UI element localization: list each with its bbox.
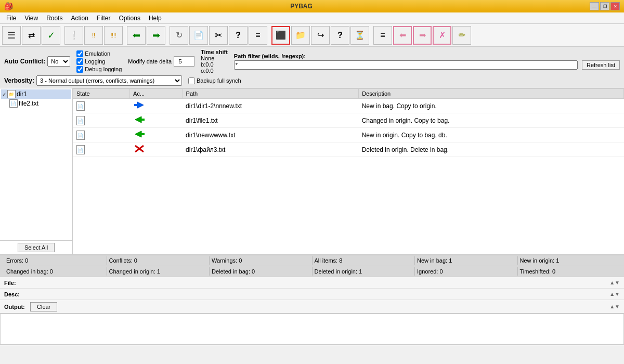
exclaim2-button[interactable]: ‼ [84,26,103,45]
help-button[interactable]: ? [229,26,248,45]
file-scroll-down[interactable]: ▼ [615,280,620,285]
emulation-checkbox[interactable]: Emulation [76,50,122,57]
pen-button[interactable]: ✏ [452,26,471,45]
close-button[interactable]: ✕ [610,2,620,10]
table-row[interactable]: 📄dir1\dir1-2\nnnew.txtNew in bag. Copy t… [73,99,624,113]
output-panel: Output: Clear ▲ ▼ [0,300,624,346]
modify-date-delta-input[interactable] [174,56,194,67]
menu-file[interactable]: File [2,14,20,23]
backup-full-synch-checkbox[interactable]: Backup full synch [188,77,241,84]
arr-right2-button[interactable]: ➡ [413,26,432,45]
tree-item-dir1[interactable]: ✓ 📁 dir1 [1,89,71,99]
rect-button[interactable]: ⬛ [271,26,290,45]
auto-conflict-group: Auto Conflict: No Yes [4,56,70,67]
status-all-items: All items: 8 [313,256,415,265]
sync-button[interactable]: ⇄ [22,26,41,45]
status-deleted-bag: Deleted in bag: 0 [210,267,313,276]
tree-item-file2[interactable]: 📄 file2.txt [1,99,71,108]
x2-button[interactable]: ✗ [433,26,451,45]
check-button[interactable]: ✓ [42,26,60,45]
output-scroll-up[interactable]: ▲ [609,304,615,309]
cell-path: dir1\file1.txt [183,113,359,128]
cell-description: New in origin. Copy to bag, db. [359,128,624,142]
forward-button[interactable]: ↪ [311,26,330,45]
state-file-icon: 📄 [76,131,85,140]
cell-action [130,113,183,128]
output-text [1,314,623,318]
help2-button[interactable]: ? [331,26,349,45]
menu-help[interactable]: Help [145,14,166,23]
lines3-button[interactable]: ≡ [373,26,392,45]
cell-path: dir1\newwwww.txt [183,128,359,142]
desc-scroll-down[interactable]: ▼ [615,291,620,297]
minimize-button[interactable]: — [590,2,599,10]
status-bar-row2: Changed in bag: 0 Changed in origin: 1 D… [0,266,624,277]
status-errors: Errors: 0 [4,256,107,265]
state-file-icon: 📄 [76,145,85,154]
status-timeshifted: Timeshifted: 0 [518,267,620,276]
logging-checkbox[interactable]: Logging [76,58,122,65]
table-row[interactable]: 📄dir1\newwwww.txtNew in origin. Copy to … [73,128,624,142]
menu-view[interactable]: View [20,14,42,23]
status-new-origin: New in origin: 1 [518,256,620,265]
cell-description: Changed in origin. Copy to bag. [359,113,624,128]
menu-filter[interactable]: Filter [93,14,115,23]
menu-options[interactable]: Options [115,14,145,23]
menu-action[interactable]: Action [67,14,93,23]
file-tree-content: ✓ 📁 dir1 📄 file2.txt [0,88,72,240]
desc-label: Desc: [4,291,25,297]
menu-roots[interactable]: Roots [42,14,67,23]
output-content [0,314,624,345]
verbosity-select[interactable]: 0 - Silent 1 - Minimal 2 - Reduced outpu… [36,75,182,86]
debug-logging-checkbox[interactable]: Debug logging [76,66,122,73]
table-row[interactable]: 📄dir1\файл3.txtDeleted in origin. Delete… [73,142,624,157]
refresh-list-button[interactable]: Refresh list [582,60,620,70]
auto-conflict-select[interactable]: No Yes [47,56,70,67]
options-panel: Auto Conflict: No Yes Emulation Logging … [0,47,624,88]
cell-action [130,142,183,157]
folder-button[interactable]: 📁 [291,26,310,45]
action-arrow-icon [133,134,146,141]
desc-scroll-up[interactable]: ▲ [609,291,615,297]
file-table: State Ac... Path Description 📄dir1\dir1-… [73,88,624,157]
title-bar: 🎒 PYBAG — ❐ ✕ [0,0,624,12]
scissors-button[interactable]: ✂ [209,26,228,45]
select-all-container: Select All [0,240,72,254]
bottom-panels: File: ▲ ▼ Desc: ▲ ▼ [0,277,624,300]
svg-rect-3 [140,119,145,121]
exclaim3-button[interactable]: ‼‼ [104,26,123,45]
lines2-button[interactable]: ≡ [249,26,267,45]
state-file-icon: 📄 [76,116,85,125]
svg-rect-1 [134,104,138,106]
status-warnings: Warnings: 0 [210,256,313,265]
clear-button[interactable]: Clear [30,302,57,311]
doc-button[interactable]: 📄 [189,26,208,45]
status-new-bag: New in bag: 1 [415,256,518,265]
arr-left2-button[interactable]: ⬅ [393,26,412,45]
table-row[interactable]: 📄dir1\file1.txtChanged in origin. Copy t… [73,113,624,128]
status-deleted-origin: Deleted in origin: 1 [313,267,415,276]
reload-button[interactable]: ↻ [170,26,188,45]
file-scroll-up[interactable]: ▲ [609,280,615,285]
lines-button[interactable]: ☰ [2,26,21,45]
status-conflicts: Conflicts: 0 [107,256,210,265]
cell-description: New in bag. Copy to origin. [359,99,624,113]
hourglass-button[interactable]: ⏳ [350,26,369,45]
output-scroll-down[interactable]: ▼ [615,304,620,309]
toolbar: ☰ ⇄ ✓ ❕ ‼ ‼‼ ⬅ ➡ ↻ 📄 ✂ ? ≡ ⬛ 📁 ↪ ? ⏳ ≡ ⬅… [0,24,624,47]
restore-button[interactable]: ❐ [600,2,609,10]
arrow-left-button[interactable]: ⬅ [127,26,146,45]
file-info-row: File: ▲ ▼ [0,277,624,289]
file-table-panel: State Ac... Path Description 📄dir1\dir1-… [73,88,624,254]
cell-action [130,128,183,142]
cell-state: 📄 [73,99,130,113]
select-all-button[interactable]: Select All [18,243,55,252]
time-shift-label: Time shift [201,49,228,55]
folder-icon: 📁 [7,90,16,98]
arrow-right-button[interactable]: ➡ [147,26,165,45]
time-shift-o: o:0.0 [201,68,228,74]
exclaim1-button[interactable]: ❕ [64,26,83,45]
cell-action [130,99,183,113]
path-filter-input[interactable] [234,60,578,70]
modify-date-delta-label: Modify date delta [128,58,172,64]
